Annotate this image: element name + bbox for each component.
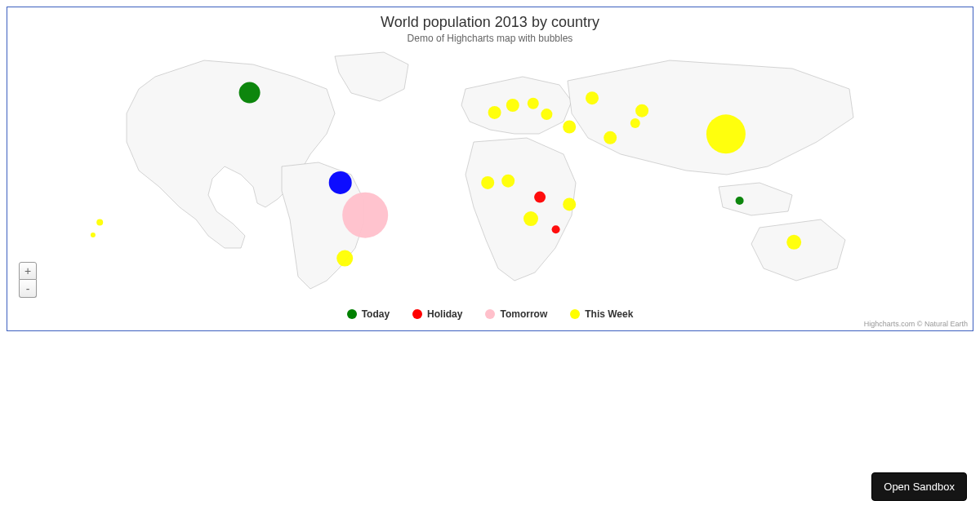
- map-area[interactable]: [7, 50, 973, 299]
- zoom-in-button[interactable]: +: [19, 262, 37, 280]
- legend-label: This Week: [585, 308, 633, 320]
- bubble-argentina[interactable]: [336, 250, 353, 267]
- bubble-iran[interactable]: [604, 131, 617, 144]
- legend: TodayHolidayTomorrowThis Week: [7, 308, 973, 320]
- bubble-turkey[interactable]: [563, 121, 576, 134]
- bubble-germany[interactable]: [506, 99, 519, 112]
- zoom-controls: + -: [19, 262, 37, 298]
- bubble-samoa[interactable]: [96, 219, 103, 226]
- bubble-canada[interactable]: [239, 82, 261, 104]
- bubble-uzbekistan[interactable]: [630, 118, 640, 128]
- legend-swatch: [485, 309, 495, 319]
- chart-title: World population 2013 by country: [7, 14, 973, 31]
- bubble-venezuela[interactable]: [329, 171, 352, 194]
- bubble-zimbabwe[interactable]: [552, 225, 560, 233]
- bubble-australia[interactable]: [786, 235, 801, 250]
- bubble-ghana[interactable]: [481, 176, 494, 189]
- chart-subtitle: Demo of Highcharts map with bubbles: [7, 33, 973, 44]
- bubble-angola[interactable]: [523, 211, 538, 226]
- bubble-kenya[interactable]: [563, 197, 576, 210]
- zoom-out-button[interactable]: -: [19, 280, 37, 298]
- bubble-nigeria[interactable]: [501, 175, 514, 188]
- legend-label: Holiday: [427, 308, 462, 320]
- bubble-indonesia[interactable]: [736, 197, 744, 205]
- legend-item-tomorrow[interactable]: Tomorrow: [485, 308, 547, 320]
- landmasses: [127, 52, 853, 289]
- legend-item-today[interactable]: Today: [347, 308, 390, 320]
- open-sandbox-button[interactable]: Open Sandbox: [871, 472, 967, 501]
- legend-swatch: [570, 309, 580, 319]
- bubble-france[interactable]: [488, 106, 501, 119]
- bubble-china[interactable]: [706, 114, 746, 153]
- legend-label: Tomorrow: [500, 308, 547, 320]
- bubble-tonga[interactable]: [91, 233, 96, 237]
- world-map[interactable]: [82, 50, 898, 299]
- bubble-poland[interactable]: [528, 98, 539, 109]
- bubble-kazakhstan[interactable]: [635, 104, 648, 117]
- credits-link[interactable]: Highcharts.com © Natural Earth: [864, 320, 968, 328]
- legend-label: Today: [362, 308, 390, 320]
- chart-container: World population 2013 by country Demo of…: [7, 7, 973, 331]
- legend-item-holiday[interactable]: Holiday: [412, 308, 462, 320]
- bubble-romania[interactable]: [541, 109, 552, 120]
- bubble-brazil[interactable]: [342, 193, 388, 238]
- bubble-russia[interactable]: [586, 91, 599, 104]
- legend-item-this-week[interactable]: This Week: [570, 308, 633, 320]
- legend-swatch: [412, 309, 422, 319]
- bubble-dr-congo[interactable]: [534, 192, 546, 203]
- legend-swatch: [347, 309, 357, 319]
